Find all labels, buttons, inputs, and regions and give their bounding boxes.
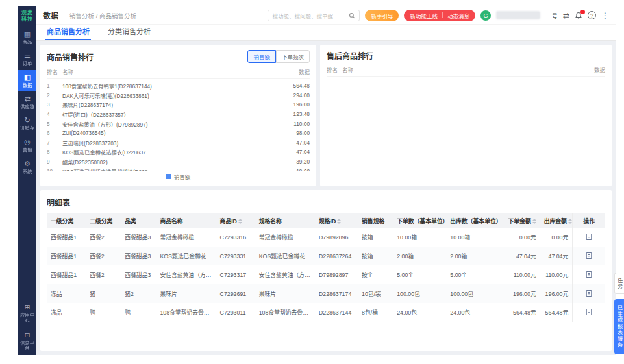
product-name: DAK大可乐可乐味(瓶)(D228633861) (62, 91, 157, 99)
avatar[interactable]: G (480, 10, 491, 21)
cell-r3-c11: 110.00元 (500, 265, 540, 284)
switch-account-icon[interactable]: ⇄ (563, 12, 569, 19)
report-doc-icon[interactable] (585, 252, 593, 260)
product-name: 红提(进口)（D228637357） (62, 110, 157, 118)
notification-bell-icon[interactable] (575, 12, 582, 19)
sidebar-item-platform[interactable]: ⊡ 信息平台 (18, 328, 36, 355)
sidebar-item-inventory[interactable]: ↻ 进销存 (18, 113, 36, 134)
cell-r2-c9: 2.00箱 (393, 247, 446, 265)
table-row[interactable]: 冻品猪 猪2果味片 C7292691果味片 D22863717410包/袋 10… (47, 284, 605, 303)
chart-row: 7 三边瑞贝(D228637703) 47.04 (47, 138, 310, 148)
col-order-qty[interactable]: 下单数（基本单位） (393, 213, 446, 228)
col-product-id[interactable]: 商品ID (216, 213, 255, 228)
task-float-tab[interactable]: 任务 (614, 273, 624, 294)
cell-r2-c7: D228637264 (315, 247, 358, 265)
sales-value: 47.04 (280, 140, 310, 146)
data-icon: ◧ (18, 73, 36, 81)
sidebar-item-appcenter[interactable]: ⊞ 应用中心 (18, 300, 36, 327)
sidebar-item-data[interactable]: ◧ 数据 (18, 70, 36, 91)
cell-r5-c11: 564.48元 (500, 303, 540, 322)
chart-legend: 销售额 (47, 171, 310, 181)
cell-r4-c4: 果味片 (156, 284, 216, 303)
rank-number: 9 (47, 158, 62, 165)
col-level2-category[interactable]: 二级分类 (86, 213, 121, 228)
sidebar-item-orders[interactable]: ☰ 订单 (18, 48, 36, 69)
sidebar-item-label: 数据 (19, 82, 36, 88)
sidebar-item-label: 系统 (19, 169, 36, 174)
sales-ranking-title: 商品销售排行 (47, 51, 94, 62)
marketing-icon: ◎ (18, 138, 36, 145)
help-icon[interactable]: ? (588, 11, 596, 19)
bar-track (157, 102, 255, 107)
report-doc-icon[interactable] (585, 289, 593, 297)
cell-r3-c5: C7293317 (216, 265, 255, 284)
cell-r1-c11: 0.00元 (500, 228, 540, 247)
sidebar-item-supply[interactable]: ⇄ 供应链 (18, 91, 36, 113)
cell-r3-c9: 5.00个 (393, 265, 446, 284)
cell-r2-c3: 西餐甜品3 (121, 247, 156, 265)
rank-number: 4 (47, 111, 62, 117)
rank-number: 8 (47, 149, 62, 155)
row-actions-cell (573, 303, 605, 322)
table-row[interactable]: 西餐甜品1西餐2 西餐甜品3KOS甄选已金樽花达樱衣 C7293331KOS甄选… (47, 247, 605, 265)
account-store-label[interactable]: 一号 (545, 11, 558, 20)
sales-value: 39.20 (280, 158, 310, 165)
rank-number: 2 (47, 92, 62, 99)
col-rank: 排名 (47, 67, 62, 75)
toggle-order-frequency[interactable]: 下单频次 (276, 50, 310, 63)
toggle-sales-amount[interactable]: 销售额 (247, 50, 276, 63)
cell-r3-c7: D79892897 (315, 265, 358, 284)
cell-r3-c2: 西餐2 (86, 265, 121, 284)
product-name: 酸菜(D252350802) (62, 158, 157, 165)
cell-r4-c9: 100.00包 (393, 284, 446, 303)
tab-category-sales-analysis[interactable]: 分类销售分析 (106, 23, 152, 40)
product-name: 三边瑞贝(D228637703) (62, 139, 157, 147)
chart-row: 10 KOS甄选已优质之选黑胡椒块(D228634298) 19.60 (47, 166, 310, 171)
cell-r4-c7: D228637174 (315, 284, 358, 303)
col-outbound-amount[interactable]: 出库金额 (540, 213, 573, 228)
col-spec-name[interactable]: 规格名称 (255, 213, 315, 228)
search-icon[interactable] (349, 12, 355, 19)
bar-track (157, 121, 255, 127)
cell-r4-c1: 冻品 (47, 284, 86, 303)
cell-r1-c9: 10.00箱 (393, 228, 446, 247)
guide-button[interactable]: 新手引导 (365, 10, 399, 21)
sort-icon (568, 219, 572, 224)
promo-new-feature[interactable]: 新功能上线 (410, 12, 438, 19)
sidebar-item-marketing[interactable]: ◎ 营销 (18, 134, 36, 156)
col-spec-id[interactable]: 规格ID (315, 213, 358, 228)
table-row[interactable]: 冻品鸭 鸭108食堂帮奶去骨鸭掌1 C7293011108食堂帮奶去骨鸭掌1 D… (47, 303, 605, 322)
platform-icon: ⊡ (18, 331, 36, 339)
chart-row: 5 安佳含盐黄油（方形）(D79892897) 110.00 (47, 119, 310, 128)
report-doc-icon[interactable] (585, 271, 593, 278)
main-area: 数据 销售分析 / 商品销售分析 搜功能、搜问题、搜单据 新手引导 新功能上线 … (36, 6, 616, 355)
sales-value: 564.48 (280, 82, 310, 89)
row-actions-cell (573, 284, 605, 303)
metric-toggle: 销售额 下单频次 (247, 50, 310, 63)
sidebar-item-system[interactable]: ⚙ 系统 (18, 156, 36, 178)
report-doc-icon[interactable] (585, 308, 593, 316)
table-row[interactable]: 西餐甜品1西餐2 西餐甜品3安佳含盐黄油（方形） C7293317安佳含盐黄油（… (47, 265, 605, 284)
col-product-name[interactable]: 商品名称 (156, 213, 216, 228)
col-category[interactable]: 品类 (121, 213, 156, 228)
bar-track (157, 140, 255, 145)
more-menu-icon[interactable]: ⋮ (601, 12, 609, 19)
account-name-redacted (496, 11, 540, 19)
tab-product-sales-analysis[interactable]: 商品销售分析 (45, 23, 91, 40)
col-outbound-qty[interactable]: 出库数（基本单位） (446, 213, 499, 228)
cell-r3-c4: 安佳含盐黄油（方形） (156, 265, 216, 284)
table-row[interactable]: 西餐甜品1西餐2 西餐甜品3常冠金樽橄榄 C7293316常冠金樽橄榄 D798… (47, 228, 605, 247)
rank-number: 6 (47, 130, 62, 136)
promo-news[interactable]: 动态消息 (447, 12, 469, 19)
sidebar-item-goods[interactable]: ▦ 商品 (18, 27, 36, 48)
col-sale-spec[interactable]: 销售规格 (358, 213, 393, 228)
col-level1-category[interactable]: 一级分类 (47, 213, 86, 228)
sidebar-item-label: 信息平台 (19, 340, 36, 351)
search-input[interactable]: 搜功能、搜问题、搜单据 (268, 10, 360, 21)
detail-table-panel: 明细表 一级分类 二级分类 品类 商品名称 (40, 190, 612, 351)
generated-report-float-tab[interactable]: 已生成报表服务 (614, 299, 624, 354)
detail-table: 一级分类 二级分类 品类 商品名称 商品ID 规格名称 规格ID 销售规格 下单… (47, 213, 605, 322)
promo-button[interactable]: 新功能上线 动态消息 (404, 10, 475, 21)
report-doc-icon[interactable] (585, 233, 593, 241)
col-order-amount[interactable]: 下单金额 (500, 213, 540, 228)
